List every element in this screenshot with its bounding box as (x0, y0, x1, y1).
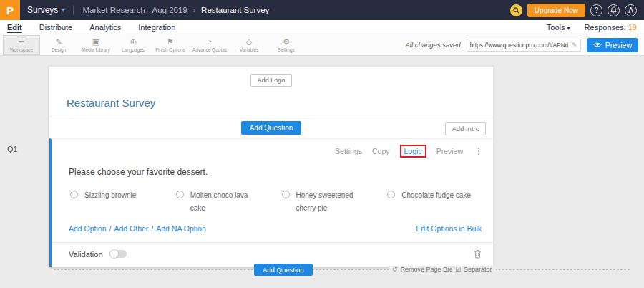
advance-quotas-icon: ◔ (208, 37, 213, 46)
settings-gear-icon: ⚙ (283, 37, 290, 46)
tab-integration[interactable]: Integration (138, 23, 175, 32)
tab-analytics[interactable]: Analytics (89, 23, 121, 32)
survey-url-field: ✎ (467, 39, 581, 52)
question-actions: Settings Copy Logic Preview ⋮ (52, 139, 493, 158)
editor-toolbar: ☰ Workspace ✎ Design ▣ Media Library ⊕ L… (0, 34, 644, 56)
answer-options: Sizzling brownie Molten choco lava cake … (52, 177, 493, 214)
search-icon (513, 7, 519, 14)
option-links-row: Add Option / Add Other / Add NA Option E… (52, 214, 493, 242)
help-button[interactable]: ? (590, 4, 602, 16)
toolbar-item-finish-options[interactable]: ⚑ Finish Options (152, 34, 189, 56)
more-options-icon[interactable]: ⋮ (474, 146, 483, 156)
validation-label: Validation (69, 250, 103, 259)
tools-label: Tools (547, 23, 565, 32)
separator-checkbox[interactable]: ☑ Separator (452, 266, 496, 273)
menubar-right: Tools ▾ Responses: 19 (547, 23, 637, 32)
responses-link[interactable]: Responses: 19 (585, 23, 637, 32)
add-question-button-bottom[interactable]: Add Question (254, 264, 313, 276)
toolbar-item-label: Finish Options (155, 47, 185, 52)
avatar-letter: A (628, 6, 633, 14)
toggle-knob (109, 249, 119, 259)
preview-label: Preview (605, 41, 632, 49)
tab-edit[interactable]: Edit (7, 23, 22, 32)
add-option-link[interactable]: Add Option (69, 224, 107, 233)
validation-row: Validation (52, 242, 493, 267)
edit-url-pencil-icon[interactable]: ✎ (568, 42, 577, 49)
radio-icon[interactable] (176, 191, 184, 198)
breadcrumb-parent[interactable]: Market Research - Aug 2019 (82, 6, 187, 14)
surveys-menu[interactable]: Surveys ▾ (27, 5, 64, 15)
page-break-row: Add Question ↺ Remove Page Break ☑ Separ… (54, 264, 630, 277)
add-buttons-row: Add Question Add Intro (49, 117, 493, 138)
toolbar-item-advance-quotas[interactable]: ◔ Advance Quotas (189, 34, 230, 56)
help-icon: ? (595, 6, 599, 14)
toolbar-item-workspace[interactable]: ☰ Workspace (3, 35, 40, 55)
toolbar-item-label: Languages (122, 47, 145, 52)
radio-icon[interactable] (282, 191, 290, 198)
toolbar-item-label: Workspace (10, 47, 33, 52)
option-label: Molten choco lava cake (190, 189, 262, 214)
toolbar-item-media-library[interactable]: ▣ Media Library (77, 34, 114, 56)
toolbar-item-label: Advance Quotas (192, 47, 227, 52)
answer-option[interactable]: Honey sweetened cherry pie (282, 189, 388, 214)
page-break-dashed-line (54, 269, 630, 270)
add-na-option-link[interactable]: Add NA Option (156, 224, 205, 233)
media-library-icon: ▣ (92, 37, 99, 46)
answer-option[interactable]: Chocolate fudge cake (387, 189, 493, 214)
notifications-button[interactable] (608, 4, 620, 16)
breadcrumb-separator-icon: › (193, 6, 195, 14)
toolbar-item-label: Media Library (82, 47, 109, 52)
topbar-actions: Upgrade Now ? A (510, 4, 644, 17)
survey-url-input[interactable] (470, 42, 568, 49)
add-question-button[interactable]: Add Question (241, 121, 302, 135)
responses-label: Responses: (585, 23, 626, 32)
trash-icon (474, 249, 482, 259)
add-intro-button[interactable]: Add Intro (445, 122, 486, 135)
tools-menu[interactable]: Tools ▾ (547, 23, 570, 32)
radio-icon[interactable] (70, 191, 78, 198)
question-action-copy[interactable]: Copy (372, 147, 390, 155)
edit-options-in-bulk-link[interactable]: Edit Options in Bulk (416, 224, 482, 233)
question-action-preview[interactable]: Preview (436, 147, 463, 155)
answer-option[interactable]: Molten choco lava cake (176, 189, 282, 214)
survey-menu-bar: Edit Distribute Analytics Integration To… (0, 20, 644, 34)
tab-distribute[interactable]: Distribute (39, 23, 72, 32)
option-label: Chocolate fudge cake (401, 189, 471, 214)
checkbox-checked-icon: ☑ (455, 266, 461, 273)
divider (73, 5, 74, 15)
question-action-logic[interactable]: Logic (404, 147, 422, 155)
breadcrumb: Market Research - Aug 2019 › Restaurant … (82, 6, 269, 14)
toolbar-item-variables[interactable]: ◇ Variables (230, 34, 268, 56)
upgrade-now-button[interactable]: Upgrade Now (527, 4, 585, 17)
question-block: Settings Copy Logic Preview ⋮ Please cho… (49, 138, 493, 267)
workspace-icon: ☰ (18, 37, 25, 46)
preview-button[interactable]: Preview (587, 38, 638, 52)
delete-question-button[interactable] (474, 249, 482, 259)
radio-icon[interactable] (387, 191, 395, 198)
toolbar-right: All changes saved ✎ Preview (406, 38, 644, 52)
save-status-text: All changes saved (406, 41, 461, 49)
variables-icon: ◇ (246, 37, 252, 46)
remove-page-break-icon: ↺ (392, 266, 398, 273)
validation-toggle[interactable] (109, 250, 127, 258)
question-action-settings[interactable]: Settings (335, 147, 362, 155)
eye-icon (593, 42, 602, 48)
search-button[interactable] (510, 4, 522, 16)
option-label: Honey sweetened cherry pie (296, 189, 368, 214)
add-other-link[interactable]: Add Other (114, 224, 148, 233)
survey-canvas: Q1 Add Logo Restaurant Survey Add Questi… (0, 56, 644, 288)
answer-option[interactable]: Sizzling brownie (70, 189, 176, 214)
option-label: Sizzling brownie (84, 189, 136, 214)
toolbar-item-label: Design (52, 47, 66, 52)
separator-label: Separator (464, 266, 492, 273)
add-logo-button[interactable]: Add Logo (250, 74, 293, 87)
question-text[interactable]: Please choose your favorite dessert. (52, 158, 493, 177)
account-avatar[interactable]: A (625, 4, 637, 16)
toolbar-item-design[interactable]: ✎ Design (40, 34, 77, 56)
survey-title[interactable]: Restaurant Survey (49, 87, 493, 117)
toolbar-item-settings[interactable]: ⚙ Settings (268, 34, 305, 56)
questionpro-logo[interactable]: P (0, 0, 20, 20)
bell-icon (610, 6, 617, 14)
toolbar-item-languages[interactable]: ⊕ Languages (114, 34, 152, 56)
responses-count: 19 (628, 23, 637, 32)
